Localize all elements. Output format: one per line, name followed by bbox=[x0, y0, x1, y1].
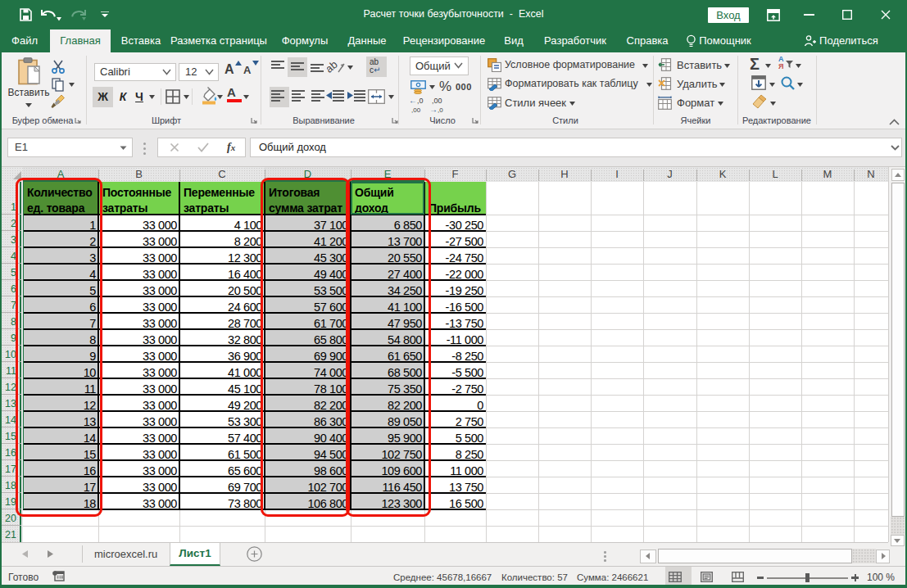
svg-text:ab: ab bbox=[327, 59, 340, 75]
